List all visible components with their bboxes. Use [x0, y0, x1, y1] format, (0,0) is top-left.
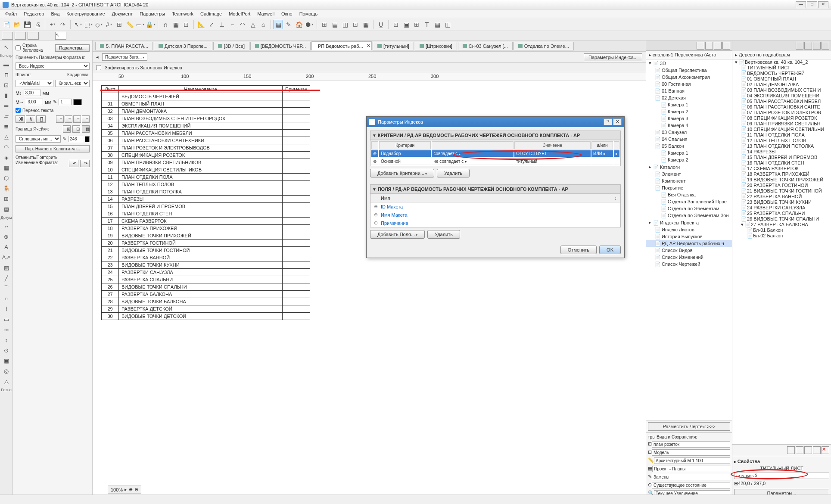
table-row[interactable]: 25РАЗВЕРТКА СПАЛЬНИ	[102, 276, 310, 283]
footer-params-button[interactable]: Пар. Нижнего Колонтитул...	[16, 145, 90, 152]
tree-node[interactable]: 📄02 Детская	[646, 94, 732, 101]
dialog-close-button[interactable]: ✕	[613, 118, 622, 125]
tree-node[interactable]: 📄Камера 2	[646, 156, 732, 163]
dialog-help-button[interactable]: ?	[604, 118, 612, 125]
tool18-icon[interactable]: ▦	[274, 20, 283, 29]
navigator-tree[interactable]: ▾ 📄3D📄Общая Перспектива📄Общая Аксонометр…	[646, 59, 732, 420]
tab[interactable]: Детская 3 Перспе...	[154, 42, 212, 50]
tree-btn4[interactable]	[813, 446, 821, 454]
tree-node[interactable]: 📄18 РАЗВЕРТКА ПРИХОЖЕЙ	[732, 171, 831, 177]
table-row[interactable]: 02ПЛАН ДЕМОНТАЖА	[102, 108, 310, 115]
line-style-select[interactable]: Сплошная лин...	[16, 135, 61, 143]
dialog-titlebar[interactable]: Параметры Индекса ? ✕	[367, 117, 624, 127]
table-row[interactable]: 06ПЛАН РАССТАНОВКИ САНТЕХНИКИ	[102, 137, 310, 144]
tree-node[interactable]: 📄14 РАЗРЕЗЫ	[732, 149, 831, 155]
delete-fields-button[interactable]: Удалить	[427, 230, 460, 239]
tree-node[interactable]: 📄Покрытие	[646, 184, 732, 191]
border1[interactable]: ⊞	[63, 125, 71, 133]
tab[interactable]: Сн-03 Санузел [...	[458, 42, 513, 50]
table-row[interactable]: 22РАЗВЕРТКА ВАННОЙ	[102, 254, 310, 261]
tree-node[interactable]: 📄07 ПЛАН РОЗЕТОК И ЭЛЕКТРОВ	[732, 110, 831, 115]
tree-node[interactable]: 📄09 ПЛАН ПРИВЯЗКИ СВЕТИЛЬН	[732, 121, 831, 127]
table-row[interactable]: 17СХЕМА РАЗВЕРТОК	[102, 218, 310, 225]
table-row[interactable]: 24РАЗВЕРТКИ САН.УЗЛА	[102, 269, 310, 276]
tree-node[interactable]: 📄03 ПЛАН ВОЗВОДИМЫХ СТЕН И	[732, 87, 831, 93]
tool10-icon[interactable]: ⊡	[181, 20, 191, 29]
zoom-control[interactable]: 100% ▸⊕⊖	[108, 485, 141, 494]
tree-node[interactable]: 📄Отделка Заполнений Прое	[646, 198, 732, 205]
cube-icon[interactable]: ⬢	[305, 20, 314, 29]
nav2-title[interactable]: ▸ Дерево по поднаборам	[732, 51, 831, 59]
cancel-button[interactable]: Отменить	[560, 246, 597, 254]
menu-параметры[interactable]: Параметры	[136, 10, 168, 17]
prop5[interactable]	[652, 474, 730, 480]
size1-input[interactable]	[24, 90, 41, 96]
wall-tool[interactable]: ▬	[2, 59, 11, 69]
tree-node[interactable]: 📄04 ЭКСПЛИКАЦИЯ ПОМЕЩЕНИ	[732, 93, 831, 99]
table-row[interactable]: 14РАЗРЕЗЫ	[102, 196, 310, 203]
curtain-tool[interactable]: ▦	[2, 163, 11, 172]
prop4[interactable]	[652, 466, 730, 472]
tool5-icon[interactable]: ⊞	[115, 20, 124, 29]
menu-конструирование[interactable]: Конструирование	[63, 10, 108, 17]
layout-name-input[interactable]	[734, 473, 829, 479]
worksheet-tool[interactable]: ▣	[2, 356, 11, 365]
tool23-icon[interactable]: ▤	[330, 20, 339, 29]
tab[interactable]: [титульный]	[373, 42, 414, 50]
level-tool[interactable]: ⊕	[2, 232, 11, 241]
encoding-select[interactable]: Кирил...еский	[55, 80, 90, 87]
tool30-icon[interactable]: ⊞	[412, 20, 421, 29]
tab[interactable]: [Штриховки]	[415, 42, 457, 50]
field-row[interactable]: ⊕Примечание	[370, 219, 620, 227]
tree-node[interactable]: 📄20 РАЗВЕРТКА ГОСТИНОЙ	[732, 183, 831, 188]
tree-node[interactable]: 📄22 РАЗВЕРТКА ВАННОЙ	[732, 194, 831, 199]
tree-node[interactable]: 📄Общая Аксонометрия	[646, 74, 732, 81]
tree-node[interactable]: 📄05 ПЛАН РАССТАНОВКИ МЕБЕЛ	[732, 99, 831, 104]
plot-icon[interactable]: 🖨	[33, 20, 42, 29]
arrow-button[interactable]: ↖	[55, 32, 66, 40]
font-select[interactable]: ✓ArialArial	[16, 80, 53, 87]
home-icon[interactable]: ⌂	[258, 20, 268, 29]
menu-окно[interactable]: Окно	[278, 10, 296, 17]
tree-node[interactable]: 📄Список Чертежей	[646, 261, 732, 268]
text-tool[interactable]: A	[2, 242, 11, 252]
tree-node[interactable]: 📄02 ПЛАН ДЕМОНТАЖА	[732, 82, 831, 87]
table-row[interactable]: 11ПЛАН ОТДЕЛКИ ПОЛА	[102, 174, 310, 181]
zone-tool[interactable]: ⊞	[2, 194, 11, 203]
apply-format-select[interactable]: Весь Индекс	[16, 62, 90, 70]
detail-tool[interactable]: ◎	[2, 366, 11, 376]
table-row[interactable]: 08СПЕЦИФИКАЦИЯ РОЗЕТОК	[102, 152, 310, 159]
nav2-btn1[interactable]	[796, 42, 803, 50]
drawing-tool[interactable]: ▭	[2, 314, 11, 324]
align-right[interactable]: ≡	[73, 115, 81, 123]
arrow-tool[interactable]: ↖	[2, 42, 11, 52]
add-criteria-button[interactable]: Добавить Критерии...	[370, 169, 434, 177]
lock-icon[interactable]: 🔒	[146, 20, 155, 29]
close-button[interactable]: ✕	[818, 1, 828, 8]
tree-btn3[interactable]	[804, 446, 812, 454]
align-just[interactable]: ≡	[82, 115, 90, 123]
undo-btn[interactable]: ↶	[69, 160, 78, 167]
circle-tool[interactable]: ○	[2, 294, 11, 303]
tree-node[interactable]: ▸ 📄Индексы Проекта	[646, 219, 732, 226]
tree-node[interactable]: 📄ВЕДОМОСТЬ ЧЕРТЕЖЕЙ	[732, 71, 831, 76]
tab[interactable]: РП Ведомость раб...✕	[311, 41, 372, 50]
open-icon[interactable]: 📂	[12, 20, 22, 29]
tree-node[interactable]: 📄10 СПЕЦИФИКАЦИЯ СВЕТИЛЬНИ	[732, 127, 831, 132]
tree-node[interactable]: 📄19 ВИДОВЫЕ ТОЧКИ ПРИХОЖЕЙ	[732, 177, 831, 183]
tree-node[interactable]: 📄Элемент	[646, 171, 732, 177]
minimize-button[interactable]: —	[796, 1, 806, 8]
window-tool[interactable]: ⊡	[2, 80, 11, 90]
table-row[interactable]: 05ПЛАН РАССТАНОВКИ МЕБЕЛИ	[102, 130, 310, 137]
tree-node[interactable]: 📄Камера 1	[646, 149, 732, 156]
tool24-icon[interactable]: ◫	[340, 20, 350, 29]
prop6[interactable]	[652, 482, 730, 488]
nav-title[interactable]: ▸ спальня1 Перспектива (Авто	[646, 51, 732, 59]
tool9-icon[interactable]: ▦	[171, 20, 181, 29]
tree-node[interactable]: 📄03 Санузел	[646, 129, 732, 136]
wrap-checkbox[interactable]	[16, 108, 21, 113]
tool3-icon[interactable]: ◇	[94, 20, 103, 29]
tree-node[interactable]: 📄08 СПЕЦИФИКАЦИЯ РОЗЕТОК	[732, 115, 831, 121]
text-icon[interactable]: T	[422, 20, 432, 29]
tree-node[interactable]: 📄21 ВИДОВЫЕ ТОЧКИ ГОСТИНОЙ	[732, 188, 831, 194]
